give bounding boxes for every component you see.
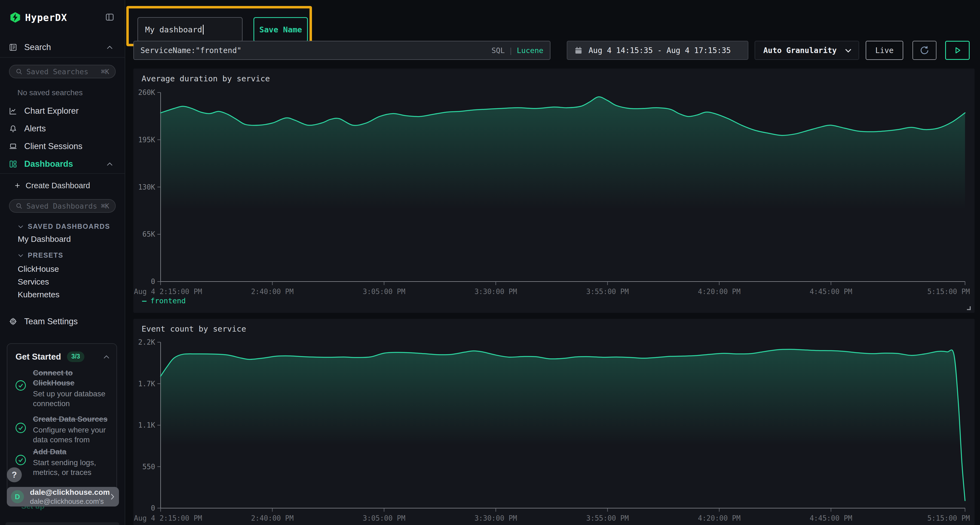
query-text: ServiceName:"frontend" xyxy=(140,46,242,55)
svg-text:Aug 4 2:15:00 PM: Aug 4 2:15:00 PM xyxy=(134,514,202,522)
refresh-icon xyxy=(919,45,930,56)
get-started-header[interactable]: Get Started 3/3 xyxy=(16,351,110,362)
svg-text:2:40:00 PM: 2:40:00 PM xyxy=(251,514,294,522)
task-title: Connect to ClickHouse xyxy=(33,368,110,388)
search-query-input[interactable]: ServiceName:"frontend" SQL | Lucene xyxy=(134,41,550,60)
task-title: Add Data xyxy=(33,447,110,457)
event-count-line-chart[interactable]: 05501.1K1.7K2.2KAug 4 2:15:00 PM2:40:00 … xyxy=(134,319,975,525)
svg-text:2.2K: 2.2K xyxy=(138,338,155,346)
chevron-right-icon xyxy=(110,493,115,500)
sidebar-item-client-sessions[interactable]: Client Sessions xyxy=(0,140,125,152)
divider xyxy=(0,173,125,174)
sidebar-item-dashboards[interactable]: Dashboards xyxy=(0,158,125,170)
preset-item-services[interactable]: Services xyxy=(18,277,49,286)
chart-legend: — frontend xyxy=(142,297,186,305)
panel-resize-handle[interactable] xyxy=(967,306,971,310)
hyperdx-logo-icon xyxy=(10,12,21,23)
mode-divider: | xyxy=(509,46,513,55)
task-desc: Start sending logs, metrics, or traces xyxy=(33,458,110,477)
svg-text:195K: 195K xyxy=(138,136,155,144)
sidebar: HyperDX Search Saved Searches ⌘K No save… xyxy=(0,0,125,525)
svg-text:2:40:00 PM: 2:40:00 PM xyxy=(251,287,294,296)
dashboards-grid-icon xyxy=(9,160,17,168)
refresh-button[interactable] xyxy=(913,41,937,60)
help-label: ? xyxy=(12,470,17,480)
svg-text:5:15:00 PM: 5:15:00 PM xyxy=(927,514,970,522)
preset-item-clickhouse[interactable]: ClickHouse xyxy=(18,265,59,274)
user-email: dale@clickhouse.com xyxy=(30,488,110,497)
main-content: My dashboard Save Name ServiceName:"fron… xyxy=(126,0,980,525)
get-started-item-add-data[interactable]: Add Data Start sending logs, metrics, or… xyxy=(15,447,110,477)
save-name-label: Save Name xyxy=(259,25,302,34)
svg-text:3:55:00 PM: 3:55:00 PM xyxy=(586,287,629,296)
section-saved-dashboards[interactable]: SAVED DASHBOARDS xyxy=(18,222,110,230)
chevron-up-icon[interactable] xyxy=(103,355,110,359)
svg-text:1.1K: 1.1K xyxy=(138,421,155,429)
sidebar-item-team-settings[interactable]: Team Settings xyxy=(0,316,125,328)
plus-icon xyxy=(14,182,21,189)
bell-icon xyxy=(9,125,17,133)
chart-panel-event-count: Event count by service 05501.1K1.7K2.2KA… xyxy=(134,319,975,525)
play-icon xyxy=(953,45,962,55)
create-dashboard-button[interactable]: Create Dashboard xyxy=(0,179,125,192)
svg-text:3:30:00 PM: 3:30:00 PM xyxy=(474,287,517,296)
svg-text:1.7K: 1.7K xyxy=(138,380,155,388)
sidebar-item-label: Client Sessions xyxy=(24,141,83,151)
svg-text:0: 0 xyxy=(151,278,155,285)
avg-duration-line-chart[interactable]: 065K130K195K260KAug 4 2:15:00 PM2:40:00 … xyxy=(134,68,975,313)
legend-swatch: — xyxy=(142,297,146,305)
dashboard-name-input[interactable]: My dashboard xyxy=(137,17,243,42)
journal-search-icon xyxy=(9,43,17,51)
granularity-value: Auto Granularity xyxy=(763,46,837,55)
svg-text:0: 0 xyxy=(151,504,155,512)
saved-dashboard-item[interactable]: My Dashboard xyxy=(18,235,71,244)
get-started-item-datasources[interactable]: Create Data Sources Configure where your… xyxy=(15,414,110,445)
live-button[interactable]: Live xyxy=(865,41,903,60)
chart-explorer-icon xyxy=(9,107,17,115)
section-label: SAVED DASHBOARDS xyxy=(28,222,110,230)
sidebar-item-label: Dashboards xyxy=(24,159,73,169)
sidebar-item-chart-explorer[interactable]: Chart Explorer xyxy=(0,105,125,117)
chevron-up-icon xyxy=(107,162,113,166)
shortcut-badge: ⌘K xyxy=(101,68,109,76)
sidebar-item-search[interactable]: Search xyxy=(0,41,125,53)
svg-text:4:45:00 PM: 4:45:00 PM xyxy=(810,514,852,522)
granularity-select[interactable]: Auto Granularity xyxy=(755,41,859,60)
gear-icon xyxy=(9,317,17,326)
sidebar-item-label: Alerts xyxy=(24,124,46,133)
collapse-sidebar-icon[interactable] xyxy=(105,13,115,22)
dashboard-name-value: My dashboard xyxy=(145,25,202,34)
help-button[interactable]: ? xyxy=(7,467,22,482)
get-started-panel: Get Started 3/3 Connect to ClickHouse Se… xyxy=(7,343,117,504)
section-presets[interactable]: PRESETS xyxy=(18,251,64,259)
sidebar-item-alerts[interactable]: Alerts xyxy=(0,123,125,135)
task-title: Create Data Sources xyxy=(33,414,110,424)
sidebar-item-label: Team Settings xyxy=(24,317,78,327)
section-label: PRESETS xyxy=(28,251,64,259)
chart-title: Event count by service xyxy=(142,324,246,333)
svg-text:4:45:00 PM: 4:45:00 PM xyxy=(810,287,852,296)
svg-text:130K: 130K xyxy=(138,183,155,191)
run-query-button[interactable] xyxy=(945,41,970,60)
shortcut-badge: ⌘K xyxy=(101,202,109,210)
create-dashboard-label: Create Dashboard xyxy=(25,181,90,190)
get-started-item-connect[interactable]: Connect to ClickHouse Set up your databa… xyxy=(15,368,110,409)
search-icon xyxy=(16,202,22,209)
save-name-button[interactable]: Save Name xyxy=(253,17,308,42)
get-started-title: Get Started xyxy=(16,352,61,362)
check-circle-icon xyxy=(15,380,26,391)
mode-sql-toggle[interactable]: SQL xyxy=(492,46,505,55)
saved-dashboards-placeholder: Saved Dashboards xyxy=(26,202,97,210)
time-range-picker[interactable]: Aug 4 14:15:35 - Aug 4 17:15:35 xyxy=(567,41,748,60)
saved-searches-input[interactable]: Saved Searches ⌘K xyxy=(9,65,116,78)
saved-dashboards-input[interactable]: Saved Dashboards ⌘K xyxy=(9,199,116,213)
calendar-icon xyxy=(574,46,582,54)
divider xyxy=(0,57,125,58)
svg-text:65K: 65K xyxy=(142,230,155,238)
mode-lucene-toggle[interactable]: Lucene xyxy=(517,46,543,55)
brand-title: HyperDX xyxy=(25,12,67,23)
preset-item-kubernetes[interactable]: Kubernetes xyxy=(18,290,59,299)
user-profile-card[interactable]: D dale@clickhouse.com dale@clickhouse.co… xyxy=(7,487,119,506)
chevron-down-icon xyxy=(18,254,24,257)
text-caret xyxy=(203,25,204,35)
